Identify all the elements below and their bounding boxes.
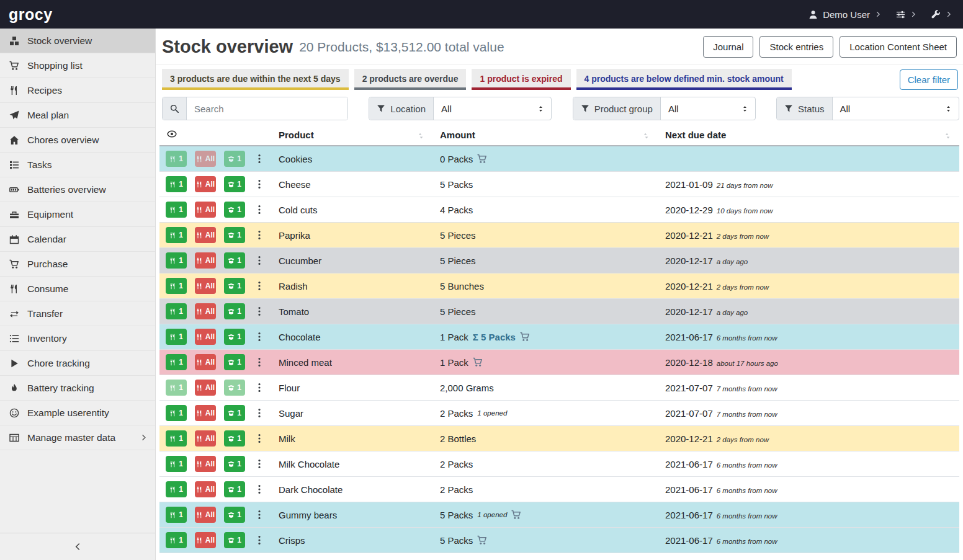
sidebar-item-tasks[interactable]: Tasks [0,153,155,177]
due-column-header[interactable]: Next due date [665,130,726,140]
sort-icon[interactable] [416,131,425,140]
consume-one-button[interactable]: 1 [166,303,187,319]
sidebar-item-purchase[interactable]: Purchase [0,252,155,277]
consume-one-button[interactable]: 1 [166,278,187,294]
row-menu-button[interactable] [253,534,266,546]
app-logo[interactable]: grocy [9,6,53,24]
open-one-button[interactable]: 1 [224,354,245,370]
stock-alert-2[interactable]: 2 products are overdue [354,69,467,90]
sidebar-item-chores-overview[interactable]: Chores overview [0,128,155,153]
sidebar-collapse-button[interactable] [0,533,155,560]
consume-all-button[interactable]: All [195,303,216,319]
consume-one-button[interactable]: 1 [166,405,187,421]
open-one-button[interactable]: 1 [224,507,245,523]
consume-one-button[interactable]: 1 [166,329,187,345]
clear-filter-button[interactable]: Clear filter [900,69,958,90]
consume-one-button[interactable]: 1 [166,252,187,269]
product-group-select[interactable]: All [661,97,755,120]
consume-all-button[interactable]: All [195,507,216,523]
open-one-button[interactable]: 1 [224,456,245,472]
consume-all-button[interactable]: All [195,227,216,243]
sidebar-item-transfer[interactable]: Transfer [0,301,155,326]
consume-all-button[interactable]: All [195,481,216,497]
sidebar-item-meal-plan[interactable]: Meal plan [0,103,155,128]
consume-one-button[interactable]: 1 [166,202,187,218]
consume-one-button[interactable]: 1 [166,354,187,370]
sidebar-item-equipment[interactable]: Equipment [0,202,155,227]
consume-all-button[interactable]: All [195,329,216,345]
row-menu-button[interactable] [253,305,266,318]
sort-icon[interactable] [943,131,952,140]
consume-one-button[interactable]: 1 [166,456,187,472]
sidebar-item-recipes[interactable]: Recipes [0,78,155,103]
consume-all-button[interactable]: All [195,532,216,548]
open-one-button[interactable]: 1 [224,151,245,167]
shopping-cart-icon[interactable] [477,535,487,545]
sort-icon[interactable] [642,131,650,140]
consume-all-button[interactable]: All [195,405,216,421]
consume-one-button[interactable]: 1 [166,507,187,523]
open-one-button[interactable]: 1 [224,481,245,497]
row-menu-button[interactable] [253,254,266,267]
amount-column-header[interactable]: Amount [440,130,475,140]
consume-one-button[interactable]: 1 [166,151,187,167]
consume-all-button[interactable]: All [195,354,216,370]
consume-one-button[interactable]: 1 [166,227,187,243]
open-one-button[interactable]: 1 [224,176,245,192]
sidebar-item-consume[interactable]: Consume [0,277,155,301]
stock-alert-4[interactable]: 4 products are below defined min. stock … [576,69,792,90]
open-one-button[interactable]: 1 [224,405,245,421]
consume-all-button[interactable]: All [195,380,216,396]
row-menu-button[interactable] [253,407,266,419]
open-one-button[interactable]: 1 [224,227,245,243]
shopping-cart-icon[interactable] [511,510,521,520]
consume-all-button[interactable]: All [195,202,216,218]
consume-one-button[interactable]: 1 [166,176,187,192]
row-menu-button[interactable] [253,356,266,368]
search-input[interactable] [187,97,347,120]
open-one-button[interactable]: 1 [224,329,245,345]
row-menu-button[interactable] [253,178,266,190]
stock-entries-button[interactable]: Stock entries [759,36,833,58]
consume-all-button[interactable]: All [195,151,216,167]
settings-menu[interactable] [896,10,916,19]
location-select[interactable]: All [434,97,551,120]
row-menu-button[interactable] [253,483,266,496]
user-menu[interactable]: Demo User [808,9,881,20]
consume-one-button[interactable]: 1 [166,430,187,447]
row-menu-button[interactable] [253,432,266,445]
open-one-button[interactable]: 1 [224,532,245,548]
row-menu-button[interactable] [253,458,266,470]
consume-all-button[interactable]: All [195,278,216,294]
location-content-sheet-button[interactable]: Location Content Sheet [840,36,957,58]
consume-one-button[interactable]: 1 [166,532,187,548]
row-menu-button[interactable] [253,153,266,165]
shopping-cart-icon[interactable] [473,357,483,367]
row-menu-button[interactable] [253,509,266,521]
row-menu-button[interactable] [253,381,266,394]
eye-icon[interactable] [167,129,177,139]
stock-alert-1[interactable]: 3 products are due within the next 5 day… [162,69,349,90]
sidebar-item-example-userentity[interactable]: Example userentity [0,401,155,425]
open-one-button[interactable]: 1 [224,303,245,319]
sidebar-item-stock-overview[interactable]: Stock overview [0,29,155,53]
journal-button[interactable]: Journal [703,36,753,58]
row-menu-button[interactable] [253,203,266,216]
shopping-cart-icon[interactable] [520,332,530,342]
sidebar-item-batteries-overview[interactable]: Batteries overview [0,177,155,202]
sidebar-item-chore-tracking[interactable]: Chore tracking [0,351,155,376]
shopping-cart-icon[interactable] [477,154,487,164]
open-one-button[interactable]: 1 [224,278,245,294]
status-select[interactable]: All [833,97,959,120]
sidebar-item-calendar[interactable]: Calendar [0,227,155,252]
open-one-button[interactable]: 1 [224,202,245,218]
open-one-button[interactable]: 1 [224,252,245,269]
consume-all-button[interactable]: All [195,176,216,192]
consume-one-button[interactable]: 1 [166,481,187,497]
consume-all-button[interactable]: All [195,430,216,447]
admin-menu[interactable] [931,10,952,19]
sidebar-item-manage-master-data[interactable]: Manage master data [0,425,155,450]
consume-all-button[interactable]: All [195,252,216,269]
row-menu-button[interactable] [253,280,266,292]
stock-alert-3[interactable]: 1 product is expired [472,69,570,90]
